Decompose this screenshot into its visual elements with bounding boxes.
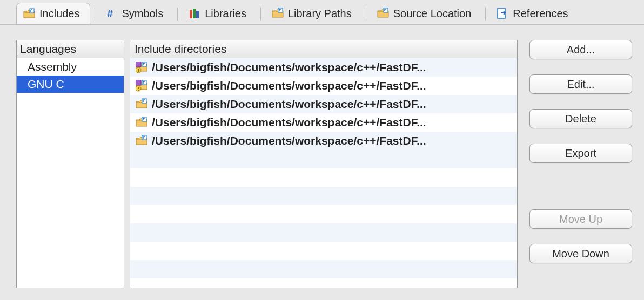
move-up-button[interactable]: Move Up xyxy=(529,209,632,229)
languages-header: Languages xyxy=(17,40,124,58)
language-item[interactable]: GNU C xyxy=(17,76,124,93)
include-dirs-panel: Include directories /Users/bigfish/Docum… xyxy=(130,40,518,288)
tab-library-paths[interactable]: Library Paths xyxy=(265,3,361,24)
folder-warning-icon xyxy=(136,80,147,92)
add-button[interactable]: Add... xyxy=(529,40,632,59)
action-buttons: Add... Edit... Delete Export Move Up Mov… xyxy=(523,40,636,292)
language-item[interactable]: Assembly xyxy=(17,58,124,76)
hash-icon xyxy=(106,8,118,19)
include-dir-path: /Users/bigfish/Documents/workspace/c++/F… xyxy=(152,134,512,147)
tab-label: References xyxy=(513,8,568,20)
include-dir-row[interactable]: /Users/bigfish/Documents/workspace/c++/F… xyxy=(130,58,517,77)
tab-separator xyxy=(95,8,95,21)
tab-label: Symbols xyxy=(122,8,164,20)
folder-warning-icon xyxy=(136,62,147,73)
folder-icon xyxy=(136,117,147,128)
includes-icon xyxy=(23,8,35,20)
include-dir-path: /Users/bigfish/Documents/workspace/c++/F… xyxy=(152,116,512,129)
tab-libraries[interactable]: Libraries xyxy=(182,3,256,24)
tab-symbols[interactable]: Symbols xyxy=(99,3,173,24)
tab-label: Includes xyxy=(39,8,80,20)
folder-icon xyxy=(136,98,147,110)
folder-icon xyxy=(377,8,389,19)
include-dir-row[interactable]: /Users/bigfish/Documents/workspace/c++/F… xyxy=(130,77,517,95)
include-dir-row[interactable]: /Users/bigfish/Documents/workspace/c++/F… xyxy=(130,113,517,132)
include-dir-row[interactable]: /Users/bigfish/Documents/workspace/c++/F… xyxy=(130,132,517,150)
books-icon xyxy=(189,8,200,19)
include-dir-path: /Users/bigfish/Documents/workspace/c++/F… xyxy=(152,61,512,74)
languages-panel: Languages AssemblyGNU C xyxy=(16,40,124,288)
tab-label: Source Location xyxy=(393,8,472,20)
include-dir-path: /Users/bigfish/Documents/workspace/c++/F… xyxy=(152,98,512,111)
move-down-button[interactable]: Move Down xyxy=(529,244,632,263)
edit-button[interactable]: Edit... xyxy=(529,74,632,94)
content-area: Languages AssemblyGNU C Include director… xyxy=(0,25,644,300)
include-dirs-list[interactable]: /Users/bigfish/Documents/workspace/c++/F… xyxy=(130,58,517,288)
export-button[interactable]: Export xyxy=(529,144,632,163)
include-dir-path: /Users/bigfish/Documents/workspace/c++/F… xyxy=(152,79,512,92)
tab-label: Library Paths xyxy=(288,8,352,20)
folder-icon xyxy=(272,8,284,19)
tab-references[interactable]: References xyxy=(490,3,578,24)
delete-button[interactable]: Delete xyxy=(529,109,632,128)
tab-includes[interactable]: Includes xyxy=(16,3,90,24)
tab-source-location[interactable]: Source Location xyxy=(371,3,481,24)
tab-separator xyxy=(485,8,486,21)
reference-icon xyxy=(497,8,508,19)
folder-icon xyxy=(136,135,147,147)
tab-label: Libraries xyxy=(205,8,246,20)
languages-list[interactable]: AssemblyGNU C xyxy=(17,58,124,288)
tab-separator xyxy=(366,8,366,21)
tab-bar: Includes Symbols Libraries Library Paths… xyxy=(0,0,644,25)
include-dirs-header: Include directories xyxy=(130,40,517,58)
tab-separator xyxy=(177,8,178,21)
include-dir-row[interactable]: /Users/bigfish/Documents/workspace/c++/F… xyxy=(130,95,517,113)
tab-separator xyxy=(260,8,261,21)
